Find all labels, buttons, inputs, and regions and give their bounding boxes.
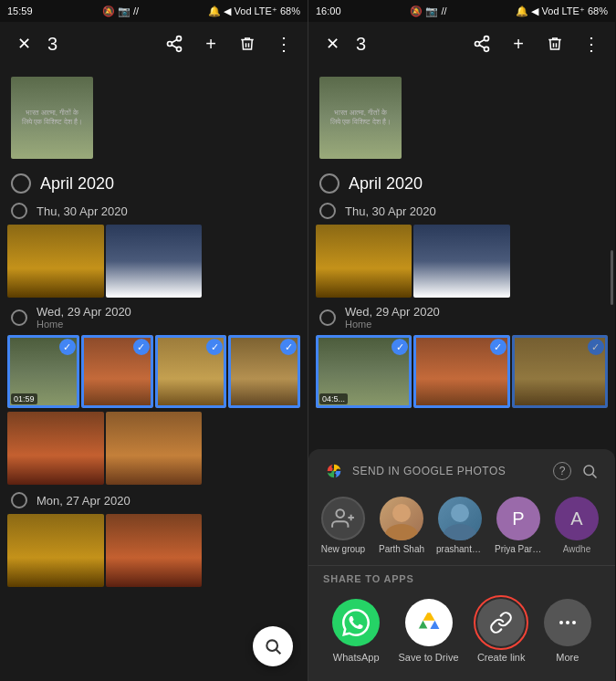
photo-mon-2[interactable] (106, 514, 203, 587)
more-button[interactable]: ⋮ (267, 27, 300, 60)
whatsapp-icon (332, 599, 380, 646)
photo-burger[interactable]: ✓ (155, 335, 227, 408)
right-top-bar-actions: + ⋮ (465, 27, 608, 60)
date-checkbox-mon[interactable] (11, 492, 27, 508)
priya-label: Priya Parihar (495, 544, 542, 554)
right-close-button[interactable]: ✕ (316, 27, 349, 60)
contact-awdhe[interactable]: A Awdhe (553, 497, 600, 554)
photo-pizza[interactable]: ✓ (81, 335, 153, 408)
svg-point-22 (566, 621, 569, 624)
close-button[interactable]: ✕ (7, 27, 40, 60)
right-photo-burger[interactable]: ✓ (512, 335, 608, 408)
top-selected-photo[interactable]: भारत आत्मा, गीतों केलिये एक विशिष्ट देश … (11, 77, 93, 159)
more-apps-icon (544, 599, 591, 646)
right-section-checkbox[interactable] (319, 173, 339, 194)
help-icon[interactable]: ? (553, 462, 571, 480)
right-date-checkbox-wed[interactable] (319, 309, 336, 326)
contact-priya[interactable]: P Priya Parihar (495, 497, 542, 554)
photo-group[interactable]: 01:59 ✓ (7, 335, 79, 408)
share-sheet-header: SEND IN GOOGLE PHOTOS ? (308, 449, 615, 489)
search-icon[interactable] (579, 460, 600, 482)
right-share-button[interactable] (465, 27, 498, 60)
left-status-bar: 15:59 🔕 📷 // 🔔 ◀ Vod LTE⁺ 68% (0, 0, 308, 22)
date-row-wed-29: Wed, 29 Apr 2020 Home (4, 299, 304, 333)
photo-row-thu (4, 223, 304, 299)
date-checkbox-wed[interactable] (11, 309, 27, 326)
prashant-avatar (438, 497, 482, 540)
section-title: April 2020 (40, 174, 114, 194)
top-bar-actions: + ⋮ (158, 27, 300, 60)
photo-selfie[interactable] (106, 225, 203, 298)
right-date-row-wed: Wed, 29 Apr 2020 Home (312, 299, 611, 333)
contact-new-group-label: New group (321, 544, 365, 554)
check-badge-burger: ✓ (206, 339, 223, 355)
photo-dish2[interactable] (106, 412, 203, 485)
apps-row: WhatsApp Save to Drive (308, 592, 615, 681)
svg-line-6 (277, 650, 281, 655)
google-photos-icon (323, 460, 345, 482)
app-more[interactable]: More (544, 599, 591, 663)
photo-curry[interactable] (7, 412, 104, 485)
svg-point-17 (392, 504, 411, 522)
right-top-photo[interactable]: भारत आत्मा, गीतों केलिये एक विशिष्ट देश … (319, 77, 402, 159)
selected-count: 3 (47, 34, 151, 55)
right-photo-selfie[interactable] (413, 225, 509, 298)
add-button[interactable]: + (194, 27, 227, 60)
contact-parth[interactable]: Parth Shah (378, 497, 425, 554)
photo-burger2[interactable]: ✓ (228, 335, 300, 408)
left-panel: 15:59 🔕 📷 // 🔔 ◀ Vod LTE⁺ 68% ✕ 3 + ⋮ (0, 0, 308, 681)
delete-button[interactable] (231, 27, 264, 60)
photo-mon-1[interactable] (7, 514, 104, 587)
right-add-button[interactable]: + (502, 27, 535, 60)
date-row-mon-27: Mon, 27 Apr 2020 (4, 487, 304, 512)
date-label-mon: Mon, 27 Apr 2020 (37, 494, 131, 508)
right-top-bar: ✕ 3 + ⋮ (308, 22, 615, 66)
right-selected-count: 3 (356, 34, 458, 55)
whatsapp-label: WhatsApp (333, 652, 380, 663)
right-more-button[interactable]: ⋮ (575, 27, 608, 60)
contact-new-group[interactable]: New group (319, 497, 367, 554)
fab-search[interactable] (253, 626, 293, 666)
right-date-checkbox-thu[interactable] (319, 203, 336, 219)
app-save-to-drive[interactable]: Save to Drive (399, 599, 459, 663)
right-date-wed-sub: Home (345, 319, 440, 330)
left-scroll-area[interactable]: भारत आत्मा, गीतों केलिये एक विशिष्ट देश … (0, 66, 308, 681)
app-create-link[interactable]: Create link (477, 599, 526, 663)
right-photo-fries[interactable] (316, 225, 412, 298)
right-date-row-thu: Thu, 30 Apr 2020 (312, 197, 611, 223)
svg-line-11 (479, 39, 485, 42)
create-link-label: Create link (477, 652, 526, 663)
svg-line-10 (479, 45, 485, 47)
contact-prashant[interactable]: prashantdarj... (436, 497, 484, 554)
app-whatsapp[interactable]: WhatsApp (332, 599, 380, 663)
svg-point-7 (485, 37, 489, 41)
more-apps-label: More (556, 652, 579, 663)
section-checkbox[interactable] (11, 173, 31, 194)
left-time: 15:59 (7, 5, 33, 16)
right-photo-pizza[interactable]: ✓ (413, 335, 509, 408)
svg-point-18 (385, 524, 418, 540)
date-checkbox-thu[interactable] (11, 203, 27, 219)
drive-label: Save to Drive (399, 652, 459, 663)
check-badge-pizza: ✓ (133, 339, 150, 355)
share-button[interactable] (158, 27, 191, 60)
priya-avatar: P (496, 497, 540, 540)
right-section-title: April 2020 (349, 174, 423, 194)
parth-label: Parth Shah (379, 544, 424, 554)
drive-icon (405, 599, 453, 646)
svg-point-2 (177, 47, 182, 51)
photo-fries[interactable] (7, 225, 104, 298)
right-status-right: 🔔 ◀ Vod LTE⁺ 68% (516, 5, 608, 17)
right-photo-group[interactable]: 04:5... ✓ (316, 335, 412, 408)
contacts-row[interactable]: New group Parth Shah (308, 489, 615, 565)
svg-point-1 (168, 42, 172, 47)
svg-point-5 (266, 640, 277, 651)
svg-point-14 (336, 509, 344, 518)
left-status-right: 🔔 ◀ Vod LTE⁺ 68% (208, 5, 300, 17)
svg-point-23 (572, 621, 576, 624)
right-date-wed: Wed, 29 Apr 2020 (345, 305, 440, 319)
share-sheet: SEND IN GOOGLE PHOTOS ? (308, 449, 615, 681)
svg-line-3 (172, 45, 177, 47)
right-photo-row-wed: 04:5... ✓ ✓ ✓ (312, 333, 611, 410)
right-delete-button[interactable] (538, 27, 571, 60)
